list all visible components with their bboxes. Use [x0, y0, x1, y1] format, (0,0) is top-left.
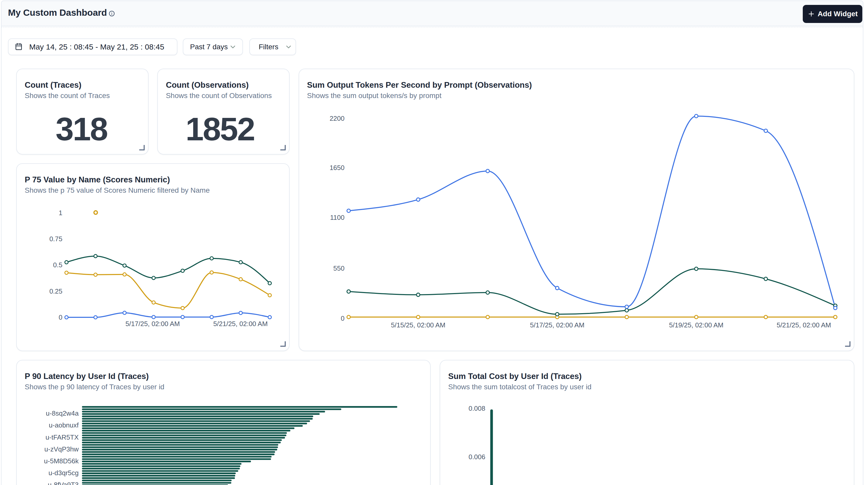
svg-text:2200: 2200	[330, 115, 344, 122]
svg-text:0.75: 0.75	[49, 235, 62, 243]
svg-text:u-8fVa9T3: u-8fVa9T3	[48, 481, 79, 485]
svg-text:0: 0	[59, 313, 62, 321]
svg-text:u-tFAR5TX: u-tFAR5TX	[45, 433, 79, 441]
svg-text:5/21/25, 02:00 AM: 5/21/25, 02:00 AM	[213, 320, 268, 328]
svg-text:5/17/25, 02:00 AM: 5/17/25, 02:00 AM	[530, 321, 584, 329]
svg-text:u-aobnuxf: u-aobnuxf	[49, 421, 79, 429]
svg-text:5/17/25, 02:00 AM: 5/17/25, 02:00 AM	[125, 320, 180, 328]
svg-text:1100: 1100	[330, 214, 344, 221]
svg-text:5/19/25, 02:00 AM: 5/19/25, 02:00 AM	[669, 321, 723, 329]
svg-text:1: 1	[59, 209, 62, 217]
svg-text:0: 0	[341, 314, 344, 322]
svg-text:5/21/25, 02:00 AM: 5/21/25, 02:00 AM	[777, 321, 831, 329]
svg-text:0.5: 0.5	[53, 261, 62, 269]
svg-text:u-5M8D56k: u-5M8D56k	[44, 457, 79, 465]
svg-text:u-zVqP3hw: u-zVqP3hw	[44, 445, 79, 453]
svg-text:u-8sq2w4a: u-8sq2w4a	[46, 410, 79, 417]
svg-text:1650: 1650	[330, 164, 344, 172]
svg-text:0.006: 0.006	[469, 453, 485, 461]
svg-text:0.25: 0.25	[49, 287, 62, 295]
svg-text:0.008: 0.008	[469, 404, 485, 412]
svg-text:u-d3qr5cg: u-d3qr5cg	[49, 469, 79, 477]
svg-text:5/15/25, 02:00 AM: 5/15/25, 02:00 AM	[391, 321, 445, 329]
svg-text:550: 550	[334, 265, 344, 272]
